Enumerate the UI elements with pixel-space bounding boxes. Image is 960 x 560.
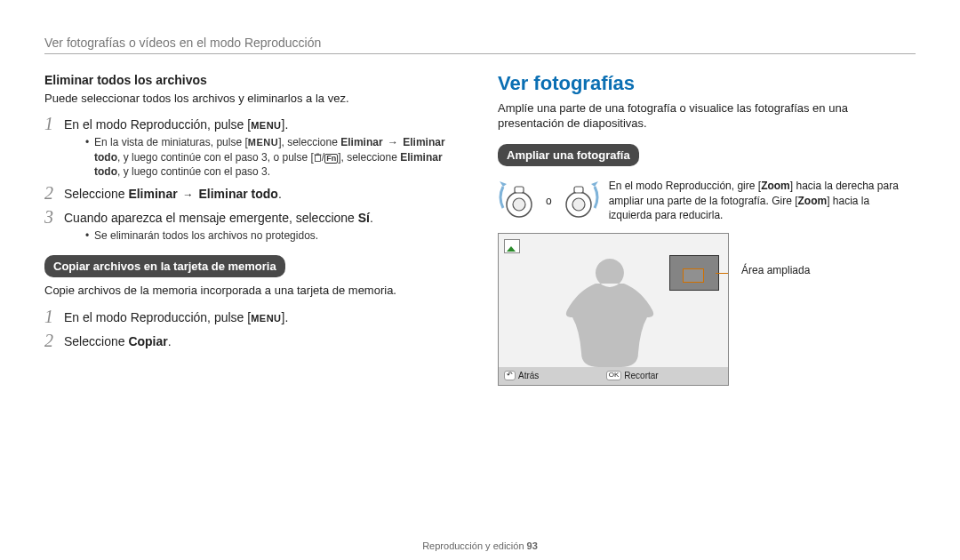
delete-all-title: Eliminar todos los archivos [44,72,462,89]
t: Zoom [761,180,790,192]
step-number: 2 [44,184,64,202]
copy-intro: Copie archivos de la memoria incorporada… [44,283,462,299]
t: Eliminar [128,187,177,201]
step-number: 3 [44,208,64,226]
step-number: 2 [44,332,64,349]
step-text: ]. [282,117,289,132]
t: ]. [282,310,289,324]
t: En el modo Reproducción, gire [ [609,180,761,192]
thumbnail-icon [504,239,520,253]
arrow-icon: → [386,135,400,149]
t: Cuando aparezca el mensaje emergente, se… [64,211,358,225]
t: Sí [358,211,370,225]
copy-pill: Copiar archivos en la tarjeta de memoria [44,255,285,278]
t: . [278,187,282,201]
page-number: 93 [527,540,538,551]
t: Eliminar [340,136,382,148]
delete-step-2: 2 Seleccione Eliminar → Eliminar todo. [44,184,462,203]
section-title: Ver fotografías [498,70,916,97]
t: . [168,334,172,348]
delete-step-3: 3 Cuando aparezca el mensaje emergente, … [44,208,462,243]
minimap [669,255,719,291]
t: Seleccione [64,334,128,348]
delete-step-1: 1 En el modo Reproducción, pulse [MENU].… [44,115,462,178]
t: Zoom [797,195,827,207]
t: ], seleccione [338,151,400,164]
dial-right-icon [561,180,600,222]
menu-glyph: MENU [248,136,278,149]
dial-left-icon [498,180,537,222]
t: , y luego continúe con el paso 3. [117,165,270,178]
or-text: o [546,194,552,208]
t: En el modo Reproducción, pulse [ [64,310,251,324]
t: Copiar [128,334,167,348]
screen-footer: ↶ Atrás OK Recortar [499,367,728,385]
svg-rect-0 [315,155,320,161]
copy-step-2: 2 Seleccione Copiar. [44,332,462,350]
left-column: Eliminar todos los archivos Puede selecc… [44,70,462,535]
step-text: En el modo Reproducción, pulse [ [64,117,251,132]
page-header: Ver fotografías o vídeos en el modo Repr… [44,36,916,54]
ok-btn-icon: OK [606,371,622,380]
trash-icon [314,153,322,162]
back-btn-icon: ↶ [504,371,516,380]
t: Reproducción y edición [422,540,526,551]
svg-rect-8 [574,187,583,193]
step-number: 1 [44,115,64,132]
t: , y luego continúe con el paso 3, o puls… [117,151,314,164]
fn-glyph: Fn [324,154,338,164]
copy-step-1: 1 En el modo Reproducción, pulse [MENU]. [44,308,462,326]
menu-glyph: MENU [251,312,281,325]
t: En la vista de miniaturas, pulse [ [94,136,248,148]
t: Seleccione [64,187,128,201]
bullet: En la vista de miniaturas, pulse [MENU],… [85,135,462,179]
arrow-icon: → [181,188,196,202]
section-intro: Amplíe una parte de una fotografía o vis… [498,100,916,132]
svg-point-7 [572,198,585,211]
area-label: Área ampliada [741,263,810,277]
t: Eliminar todo [198,187,277,201]
camera-screen: ↶ Atrás OK Recortar [498,233,729,386]
zoom-row: o En el modo Reproducción, gire [Zoom] h… [498,179,916,222]
enlarge-pill: Ampliar una fotografía [498,144,639,167]
bullet: Se eliminarán todos los archivos no prot… [85,228,462,243]
crop-label: Recortar [624,370,658,382]
child-silhouette [552,252,668,367]
menu-glyph: MENU [251,119,281,132]
page-footer: Reproducción y edición 93 [44,535,916,551]
minimap-box [683,268,704,283]
zoom-text: En el modo Reproducción, gire [Zoom] hac… [609,179,916,222]
t: ], seleccione [278,136,340,148]
leader-line [716,273,728,274]
svg-point-4 [513,198,525,211]
svg-rect-5 [515,187,524,193]
step-number: 1 [44,308,64,325]
right-column: Ver fotografías Amplíe una parte de una … [498,70,916,535]
delete-all-intro: Puede seleccionar todos los archivos y e… [44,91,462,107]
t: . [370,211,373,225]
back-label: Atrás [518,370,539,382]
